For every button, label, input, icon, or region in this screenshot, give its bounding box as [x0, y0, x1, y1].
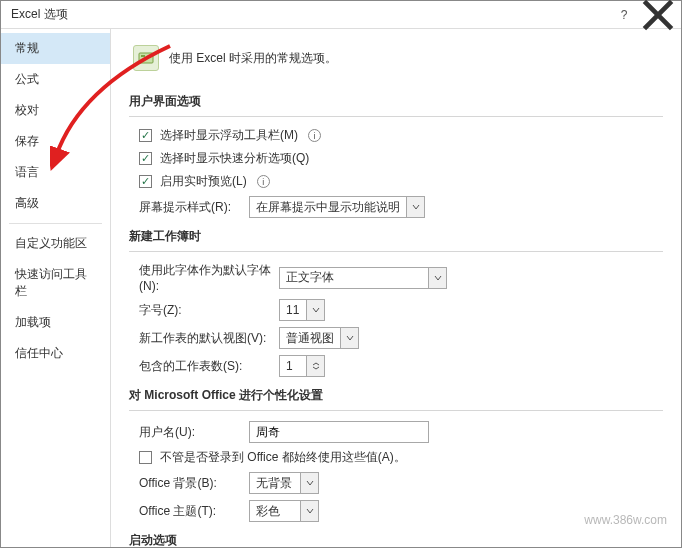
sidebar-item-save[interactable]: 保存 — [1, 126, 110, 157]
intro-row: 使用 Excel 时采用的常规选项。 — [133, 45, 663, 71]
default-view-value: 普通视图 — [280, 330, 340, 347]
sidebar-item-language[interactable]: 语言 — [1, 157, 110, 188]
section-startup: 启动选项 — [129, 528, 663, 547]
font-size-select[interactable]: 11 — [279, 299, 325, 321]
svg-rect-2 — [141, 59, 145, 61]
default-font-label: 使用此字体作为默认字体(N): — [139, 262, 279, 293]
default-view-label: 新工作表的默认视图(V): — [139, 330, 279, 347]
divider — [129, 251, 663, 252]
check-quick-analysis-label: 选择时显示快速分析选项(Q) — [160, 150, 309, 167]
office-background-value: 无背景 — [250, 475, 300, 492]
sidebar-item-quick-access[interactable]: 快速访问工具栏 — [1, 259, 110, 307]
office-theme-select[interactable]: 彩色 — [249, 500, 319, 522]
sidebar-item-proofing[interactable]: 校对 — [1, 95, 110, 126]
dialog-title: Excel 选项 — [11, 6, 607, 23]
svg-rect-0 — [139, 53, 153, 63]
sidebar-item-customize-ribbon[interactable]: 自定义功能区 — [1, 228, 110, 259]
check-mini-toolbar[interactable] — [139, 129, 152, 142]
default-font-select[interactable]: 正文字体 — [279, 267, 447, 289]
check-live-preview-row: 启用实时预览(L) i — [139, 173, 663, 190]
spinner-icon — [306, 356, 324, 376]
check-quick-analysis[interactable] — [139, 152, 152, 165]
section-personalize: 对 Microsoft Office 进行个性化设置 — [129, 383, 663, 408]
chevron-down-icon — [300, 473, 318, 493]
sidebar-item-trust-center[interactable]: 信任中心 — [1, 338, 110, 369]
options-dialog: Excel 选项 ? 常规 公式 校对 保存 语言 高级 自定义功能区 快速访问… — [0, 0, 682, 548]
check-live-preview[interactable] — [139, 175, 152, 188]
default-view-select[interactable]: 普通视图 — [279, 327, 359, 349]
sheet-count-label: 包含的工作表数(S): — [139, 358, 279, 375]
general-options-icon — [133, 45, 159, 71]
office-background-row: Office 背景(B): 无背景 — [139, 472, 663, 494]
username-input[interactable] — [249, 421, 429, 443]
font-size-value: 11 — [280, 303, 306, 317]
check-mini-toolbar-row: 选择时显示浮动工具栏(M) i — [139, 127, 663, 144]
tooltip-style-label: 屏幕提示样式(R): — [139, 199, 249, 216]
sidebar-item-addins[interactable]: 加载项 — [1, 307, 110, 338]
check-mini-toolbar-label: 选择时显示浮动工具栏(M) — [160, 127, 298, 144]
default-view-row: 新工作表的默认视图(V): 普通视图 — [139, 327, 663, 349]
chevron-down-icon — [428, 268, 446, 288]
check-quick-analysis-row: 选择时显示快速分析选项(Q) — [139, 150, 663, 167]
dialog-body: 常规 公式 校对 保存 语言 高级 自定义功能区 快速访问工具栏 加载项 信任中… — [1, 29, 681, 547]
sheet-count-row: 包含的工作表数(S): 1 — [139, 355, 663, 377]
office-theme-value: 彩色 — [250, 503, 300, 520]
section-ui-options: 用户界面选项 — [129, 89, 663, 114]
tooltip-style-select[interactable]: 在屏幕提示中显示功能说明 — [249, 196, 425, 218]
intro-text: 使用 Excel 时采用的常规选项。 — [169, 50, 337, 67]
always-use-row: 不管是否登录到 Office 都始终使用这些值(A)。 — [139, 449, 663, 466]
office-theme-label: Office 主题(T): — [139, 503, 249, 520]
check-live-preview-label: 启用实时预览(L) — [160, 173, 247, 190]
sidebar: 常规 公式 校对 保存 语言 高级 自定义功能区 快速访问工具栏 加载项 信任中… — [1, 29, 111, 547]
svg-rect-1 — [141, 55, 145, 57]
divider — [129, 116, 663, 117]
chevron-down-icon — [406, 197, 424, 217]
sheet-count-spinner[interactable]: 1 — [279, 355, 325, 377]
office-theme-row: Office 主题(T): 彩色 — [139, 500, 663, 522]
chevron-down-icon — [340, 328, 358, 348]
office-background-select[interactable]: 无背景 — [249, 472, 319, 494]
office-background-label: Office 背景(B): — [139, 475, 249, 492]
close-icon — [641, 0, 675, 32]
username-label: 用户名(U): — [139, 424, 249, 441]
help-button[interactable]: ? — [607, 3, 641, 27]
check-always-use-label: 不管是否登录到 Office 都始终使用这些值(A)。 — [160, 449, 406, 466]
default-font-value: 正文字体 — [280, 269, 428, 286]
username-row: 用户名(U): — [139, 421, 663, 443]
tooltip-style-row: 屏幕提示样式(R): 在屏幕提示中显示功能说明 — [139, 196, 663, 218]
tooltip-style-value: 在屏幕提示中显示功能说明 — [250, 199, 406, 216]
chevron-down-icon — [300, 501, 318, 521]
divider — [129, 410, 663, 411]
sidebar-item-general[interactable]: 常规 — [1, 33, 110, 64]
close-button[interactable] — [641, 3, 675, 27]
default-font-row: 使用此字体作为默认字体(N): 正文字体 — [139, 262, 663, 293]
font-size-label: 字号(Z): — [139, 302, 279, 319]
sheet-count-value: 1 — [280, 359, 306, 373]
sidebar-item-formulas[interactable]: 公式 — [1, 64, 110, 95]
chevron-down-icon — [306, 300, 324, 320]
titlebar: Excel 选项 ? — [1, 1, 681, 29]
font-size-row: 字号(Z): 11 — [139, 299, 663, 321]
sidebar-item-advanced[interactable]: 高级 — [1, 188, 110, 219]
section-new-workbook: 新建工作簿时 — [129, 224, 663, 249]
info-icon[interactable]: i — [308, 129, 321, 142]
info-icon[interactable]: i — [257, 175, 270, 188]
sidebar-divider — [9, 223, 102, 224]
check-always-use[interactable] — [139, 451, 152, 464]
content-panel: 使用 Excel 时采用的常规选项。 用户界面选项 选择时显示浮动工具栏(M) … — [111, 29, 681, 547]
